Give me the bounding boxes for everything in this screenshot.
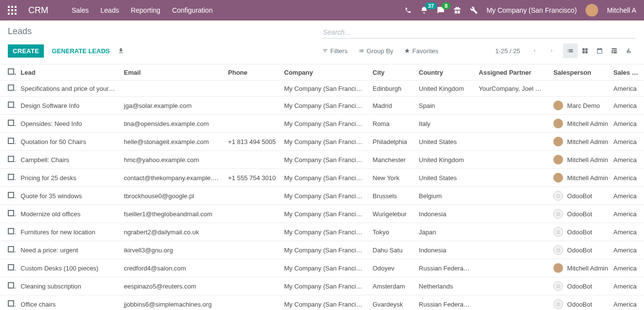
- menu-leads[interactable]: Leads: [100, 6, 119, 14]
- row-checkbox[interactable]: [8, 300, 14, 307]
- col-city[interactable]: City: [369, 64, 415, 81]
- tools-icon[interactable]: [470, 6, 478, 14]
- row-checkbox[interactable]: [8, 120, 14, 126]
- search-input[interactable]: [322, 26, 637, 39]
- row-checkbox[interactable]: [8, 156, 14, 162]
- table-row[interactable]: Cleaning subscriptioneespinazo5@reuters.…: [0, 277, 644, 295]
- messages-badge: 8: [442, 2, 450, 9]
- table-row[interactable]: Custom Desks (100 pieces)credford4@salon…: [0, 259, 644, 277]
- username[interactable]: Mitchell A: [607, 6, 636, 14]
- row-checkbox[interactable]: [8, 84, 14, 91]
- table-row[interactable]: Furnitures for new locationngrabert2@dai…: [0, 223, 644, 241]
- activity-icon[interactable]: 37: [420, 6, 428, 14]
- pager-next[interactable]: [546, 46, 558, 55]
- apps-icon[interactable]: [8, 6, 17, 15]
- salesperson-name: Mitchell Admin: [567, 174, 608, 182]
- row-checkbox[interactable]: [8, 210, 14, 216]
- view-pivot-button[interactable]: [607, 43, 622, 58]
- cell-country: Indonesia: [415, 205, 475, 223]
- cell-email: eespinazo5@reuters.com: [120, 277, 224, 295]
- generate-leads-button[interactable]: Generate Leads: [52, 47, 110, 55]
- company-selector[interactable]: My Company (San Francisco): [487, 6, 577, 14]
- filters-dropdown[interactable]: Filters: [322, 47, 348, 55]
- favorites-dropdown[interactable]: Favorites: [404, 47, 438, 55]
- col-country[interactable]: Country: [415, 64, 475, 81]
- funnel-icon: [322, 48, 328, 54]
- gift-icon[interactable]: [453, 6, 461, 14]
- table-row[interactable]: Quote for 35 windowstbrockhouse0@google.…: [0, 187, 644, 205]
- cell-company: My Company (San Francisco): [280, 97, 369, 115]
- cell-partner: YourCompany, Joel Willis: [475, 81, 549, 97]
- row-checkbox[interactable]: [8, 282, 14, 289]
- user-avatar[interactable]: [585, 4, 598, 17]
- select-all-checkbox[interactable]: [8, 68, 14, 75]
- groupby-dropdown[interactable]: Group By: [358, 47, 393, 55]
- row-checkbox[interactable]: [8, 174, 14, 180]
- view-list-button[interactable]: [563, 43, 578, 58]
- col-lead[interactable]: Lead: [17, 64, 120, 81]
- col-company[interactable]: Company: [280, 64, 369, 81]
- col-phone[interactable]: Phone: [224, 64, 280, 81]
- cell-email: ngrabert2@dailymail.co.uk: [120, 223, 224, 241]
- bot-avatar: [553, 281, 563, 291]
- cell-company: My Company (San Francisco): [280, 223, 369, 241]
- table-row[interactable]: Design Software Infojga@solar.example.co…: [0, 97, 644, 115]
- row-checkbox[interactable]: [8, 228, 14, 234]
- salesperson-name: OdooBot: [567, 192, 592, 200]
- create-button[interactable]: Create: [8, 44, 44, 58]
- download-icon[interactable]: [117, 47, 124, 54]
- row-checkbox[interactable]: [8, 138, 14, 144]
- table-row[interactable]: Specifications and price of your p...My …: [0, 81, 644, 97]
- pager-prev[interactable]: [528, 46, 541, 55]
- filters-label: Filters: [331, 47, 348, 55]
- menu-reporting[interactable]: Reporting: [131, 6, 160, 14]
- row-checkbox[interactable]: [8, 102, 14, 108]
- table-row[interactable]: Modernize old officesfseiller1@theglobea…: [0, 205, 644, 223]
- table-row[interactable]: Need a price: urgentikirvell3@gnu.orgMy …: [0, 241, 644, 259]
- cell-team: America: [609, 205, 644, 223]
- cell-country: Indonesia: [415, 241, 475, 259]
- messages-icon[interactable]: 8: [437, 6, 445, 14]
- cell-city: Roma: [369, 115, 415, 133]
- menu-configuration[interactable]: Configuration: [172, 6, 213, 14]
- col-salesteam[interactable]: Sales Team: [609, 64, 644, 81]
- cell-lead: Modernize old offices: [17, 205, 120, 223]
- cell-country: United Kingdom: [415, 81, 475, 97]
- table-header-row: Lead Email Phone Company City Country As…: [0, 64, 644, 81]
- row-checkbox[interactable]: [8, 264, 14, 270]
- cell-country: Spain: [415, 97, 475, 115]
- table-row[interactable]: Campbell: Chairshmc@yahoo.example.comMy …: [0, 151, 644, 169]
- menu-sales[interactable]: Sales: [72, 6, 89, 14]
- view-graph-button[interactable]: [622, 43, 636, 58]
- cell-partner: [475, 151, 549, 169]
- cell-phone: +1 555 754 3010: [224, 169, 280, 187]
- cell-country: United States: [415, 133, 475, 151]
- col-partner[interactable]: Assigned Partner: [475, 64, 549, 81]
- table-row[interactable]: Quotation for 50 Chairshelle@stonageit.e…: [0, 133, 644, 151]
- pager-text[interactable]: 1-25 / 25: [495, 47, 520, 55]
- cell-lead: Office chairs: [17, 295, 120, 310]
- cell-email: fseiller1@theglobeandmail.com: [120, 205, 224, 223]
- col-salesperson[interactable]: Salesperson: [549, 64, 609, 81]
- cell-company: My Company (San Francisco): [280, 277, 369, 295]
- cell-lead: Furnitures for new location: [17, 223, 120, 241]
- cell-company: My Company (San Francisco): [280, 259, 369, 277]
- row-checkbox[interactable]: [8, 192, 14, 198]
- app-brand[interactable]: CRM: [28, 5, 48, 16]
- cell-lead: Custom Desks (100 pieces): [17, 259, 120, 277]
- cell-email: credford4@salon.com: [120, 259, 224, 277]
- cell-email: ikirvell3@gnu.org: [120, 241, 224, 259]
- cell-country: Russian Federation: [415, 259, 475, 277]
- table-row[interactable]: Opensides: Need Infotina@opensides.examp…: [0, 115, 644, 133]
- table-row[interactable]: Office chairsjjobbins6@simplemachines.or…: [0, 295, 644, 310]
- view-calendar-button[interactable]: [592, 43, 607, 58]
- star-icon: [404, 48, 410, 54]
- phone-icon[interactable]: [405, 7, 411, 14]
- row-checkbox[interactable]: [8, 246, 14, 252]
- view-kanban-button[interactable]: [578, 43, 592, 58]
- col-email[interactable]: Email: [120, 64, 224, 81]
- cell-city: Wurigelebur: [369, 205, 415, 223]
- table-row[interactable]: Pricing for 25 deskscontact@thekompany.e…: [0, 169, 644, 187]
- cell-city: Brussels: [369, 187, 415, 205]
- cell-city: Gvardeysk: [369, 295, 415, 310]
